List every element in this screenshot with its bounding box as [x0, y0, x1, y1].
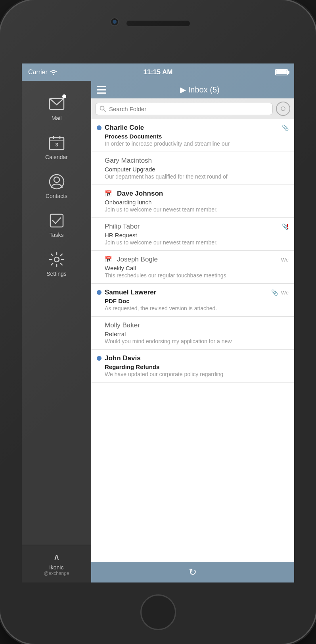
subject-5: Weekly Call: [97, 265, 289, 271]
unread-dot-8: [97, 356, 102, 361]
email-item-8[interactable]: John Davis Regarding Refunds We have upd…: [91, 350, 294, 383]
phone-frame: Carrier 11:15 AM Mail: [0, 0, 316, 644]
subject-3: Onboarding lunch: [97, 199, 289, 206]
sender-4: Philip Tabor: [105, 223, 279, 231]
calendar-icon-3: 📅: [105, 190, 112, 197]
date-6: We: [281, 290, 289, 296]
circle-icon: [280, 106, 286, 111]
sidebar-mail-label: Mail: [52, 115, 62, 121]
subject-8: Regarding Refunds: [97, 363, 289, 370]
search-bar: [91, 98, 294, 119]
sender-5: Joseph Bogle: [117, 256, 278, 263]
email-item-1[interactable]: Charlie Cole 📎 Process Documents In orde…: [91, 119, 294, 152]
main-content: ▶ Inbox (5) Charl: [91, 81, 294, 582]
preview-2: Our department has qualified for the nex…: [97, 173, 289, 180]
subject-6: PDF Doc: [97, 298, 289, 304]
sidebar-settings-label: Settings: [46, 271, 67, 277]
search-input[interactable]: [109, 106, 268, 112]
email-item-3[interactable]: 📅 Dave Johnson Onboarding lunch Join us …: [91, 185, 294, 218]
battery-icon: [275, 69, 288, 75]
sidebar-bottom: ∧ ikonic @exchange: [22, 545, 91, 582]
svg-point-9: [54, 257, 59, 262]
attachment-icon-6: 📎: [271, 289, 278, 296]
sender-1: Charlie Cole: [105, 124, 279, 132]
toolbar: ▶ Inbox (5): [91, 81, 294, 98]
inbox-title: ▶ Inbox (5): [111, 85, 289, 94]
settings-icon: [48, 251, 65, 268]
sidebar-item-calendar[interactable]: 3 Calendar: [22, 128, 91, 167]
attachment-icon-1: 📎: [282, 125, 289, 131]
sidebar-item-contacts[interactable]: Contacts: [22, 167, 91, 206]
preview-4: Join us to welcome our newest team membe…: [97, 239, 289, 246]
sidebar: Mail 3 Calendar: [22, 81, 91, 582]
collapse-icon[interactable]: ∧: [53, 552, 60, 563]
speaker: [126, 21, 190, 26]
sidebar-account: @exchange: [44, 571, 69, 576]
priority-icon-4: !: [286, 223, 289, 231]
sidebar-contacts-label: Contacts: [46, 193, 67, 199]
calendar-icon: 3: [48, 134, 65, 152]
svg-line-11: [104, 110, 106, 112]
sidebar-tasks-label: Tasks: [50, 232, 64, 238]
email-item-4[interactable]: Philip Tabor 📎 ! HR Request Join us to w…: [91, 218, 294, 251]
preview-1: In order to increase productivity and st…: [97, 140, 289, 147]
unread-dot-6: [97, 290, 102, 295]
preview-8: We have updated our corporate policy reg…: [97, 371, 289, 377]
camera: [110, 17, 119, 26]
sidebar-username: ikonic: [50, 564, 64, 571]
subject-1: Process Documents: [97, 133, 289, 140]
preview-3: Join us to welcome our newest team membe…: [97, 206, 289, 213]
svg-point-12: [281, 107, 285, 111]
preview-6: As requested, the revised version is att…: [97, 305, 289, 311]
preview-7: Would you mind endorsing my application …: [97, 338, 289, 344]
sender-7: Molly Baker: [105, 321, 289, 329]
sender-6: Samuel Lawerer: [105, 288, 268, 296]
subject-2: Computer Upgrade: [97, 166, 289, 173]
mail-icon: [48, 95, 65, 113]
unread-dot-1: [97, 125, 102, 130]
email-list: Charlie Cole 📎 Process Documents In orde…: [91, 119, 294, 562]
sidebar-item-tasks[interactable]: Tasks: [22, 206, 91, 244]
home-button[interactable]: [140, 594, 176, 630]
sidebar-item-settings[interactable]: Settings: [22, 244, 91, 283]
tasks-icon: [48, 212, 65, 229]
preview-5: This reschedules our regular touchbase m…: [97, 272, 289, 279]
sidebar-calendar-label: Calendar: [45, 154, 68, 160]
menu-button[interactable]: [97, 86, 106, 94]
wifi-icon: [50, 69, 57, 75]
mail-unread-badge: [62, 94, 66, 98]
email-item-2[interactable]: Gary Macintosh Computer Upgrade Our depa…: [91, 152, 294, 185]
search-wrapper: [95, 103, 273, 115]
svg-text:3: 3: [55, 142, 58, 148]
carrier-text: Carrier: [28, 69, 57, 76]
sender-3: Dave Johnson: [117, 190, 289, 198]
email-item-5[interactable]: 📅 Joseph Bogle We Weekly Call This resch…: [91, 251, 294, 284]
email-item-6[interactable]: Samuel Lawerer 📎 We PDF Doc As requested…: [91, 284, 294, 317]
contacts-icon: [48, 173, 65, 190]
bottom-bar: ↻: [91, 562, 294, 582]
email-item-7[interactable]: Molly Baker Referral Would you mind endo…: [91, 317, 294, 350]
subject-7: Referral: [97, 331, 289, 337]
sender-8: John Davis: [105, 354, 289, 362]
calendar-icon-5: 📅: [105, 256, 112, 263]
refresh-button[interactable]: ↻: [189, 567, 197, 578]
subject-4: HR Request: [97, 232, 289, 238]
search-icon: [100, 106, 106, 112]
circle-button[interactable]: [276, 102, 290, 116]
sidebar-item-mail[interactable]: Mail: [22, 89, 91, 128]
status-time: 11:15 AM: [143, 68, 172, 76]
date-5: We: [281, 257, 289, 263]
status-bar: Carrier 11:15 AM: [22, 63, 294, 81]
svg-point-7: [54, 177, 59, 183]
status-battery: [275, 69, 288, 75]
sender-2: Gary Macintosh: [105, 157, 289, 165]
